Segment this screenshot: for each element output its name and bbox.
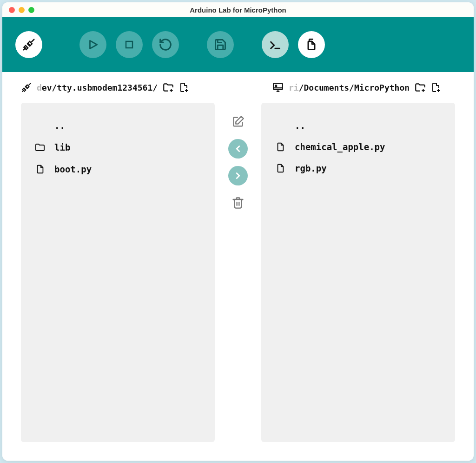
- minimize-button[interactable]: [19, 7, 25, 13]
- run-button[interactable]: [79, 31, 106, 58]
- folder-icon: [34, 142, 46, 153]
- new-file-icon: [430, 82, 441, 93]
- save-button[interactable]: [207, 31, 234, 58]
- file-row[interactable]: chemical_apple.py: [274, 136, 442, 158]
- edit-button[interactable]: [228, 112, 248, 132]
- file-name: lib: [54, 142, 70, 152]
- files-button[interactable]: [298, 31, 325, 58]
- svg-marker-0: [90, 40, 97, 48]
- device-path-actions: [162, 81, 189, 93]
- new-folder-icon: [414, 81, 426, 93]
- delete-button[interactable]: [228, 193, 248, 212]
- new-file-icon: [178, 82, 189, 93]
- file-name: boot.py: [54, 164, 92, 174]
- file-row[interactable]: rgb.py: [274, 158, 442, 179]
- file-icon: [274, 142, 286, 152]
- reset-button[interactable]: [152, 31, 179, 58]
- plug-icon: [22, 38, 36, 52]
- file-name: ..: [54, 120, 65, 131]
- content: dev/tty.usbmodem1234561/: [2, 72, 474, 461]
- device-pane: ..libboot.py: [21, 103, 215, 442]
- chevron-left-icon: [233, 144, 243, 154]
- save-icon: [214, 38, 227, 51]
- local-path: ri/Documents/MicroPython: [289, 83, 410, 93]
- refresh-icon: [159, 38, 172, 52]
- svg-rect-1: [126, 41, 132, 48]
- local-path-actions: [414, 81, 441, 93]
- play-icon: [87, 39, 99, 51]
- file-row[interactable]: lib: [34, 136, 202, 159]
- toolbar: [2, 17, 474, 72]
- paths-row: dev/tty.usbmodem1234561/: [2, 72, 474, 98]
- file-row[interactable]: ..: [34, 115, 202, 136]
- file-name: chemical_apple.py: [295, 142, 385, 152]
- plug-small-icon: [21, 82, 32, 93]
- stop-icon: [124, 39, 135, 50]
- maximize-button[interactable]: [28, 7, 34, 13]
- close-button[interactable]: [9, 7, 15, 13]
- file-icon: [274, 163, 286, 173]
- app-window: Arduino Lab for MicroPython: [2, 2, 474, 461]
- stop-button[interactable]: [116, 31, 143, 58]
- file-row[interactable]: ..: [274, 115, 442, 136]
- traffic-lights: [2, 7, 34, 13]
- titlebar: Arduino Lab for MicroPython: [2, 2, 474, 17]
- file-icon: [34, 164, 46, 174]
- panes: ..libboot.py: [2, 98, 474, 461]
- device-path: dev/tty.usbmodem1234561/: [37, 83, 158, 93]
- device-path-block: dev/tty.usbmodem1234561/: [21, 81, 225, 93]
- new-folder-icon: [162, 81, 174, 93]
- window-title: Arduino Lab for MicroPython: [2, 6, 474, 14]
- chevron-right-icon: [233, 171, 243, 181]
- terminal-icon: [269, 38, 282, 51]
- monitor-icon: [272, 81, 284, 93]
- file-name: rgb.py: [295, 163, 327, 173]
- file-row[interactable]: boot.py: [34, 159, 202, 180]
- file-name: ..: [295, 120, 305, 131]
- new-folder-button[interactable]: [162, 81, 174, 93]
- new-file-button-local[interactable]: [430, 82, 441, 93]
- edit-icon: [231, 115, 245, 128]
- transfer-left-button[interactable]: [228, 139, 248, 159]
- connect-button[interactable]: [15, 31, 42, 58]
- new-folder-button-local[interactable]: [414, 81, 426, 93]
- local-path-block: ri/Documents/MicroPython: [272, 81, 455, 93]
- new-file-button[interactable]: [178, 82, 189, 93]
- local-pane: ..chemical_apple.pyrgb.py: [261, 103, 455, 442]
- files-icon: [305, 38, 318, 51]
- transfer-right-button[interactable]: [228, 166, 248, 185]
- terminal-button[interactable]: [262, 31, 289, 58]
- trash-icon: [231, 196, 245, 209]
- transfer-column: [215, 103, 261, 442]
